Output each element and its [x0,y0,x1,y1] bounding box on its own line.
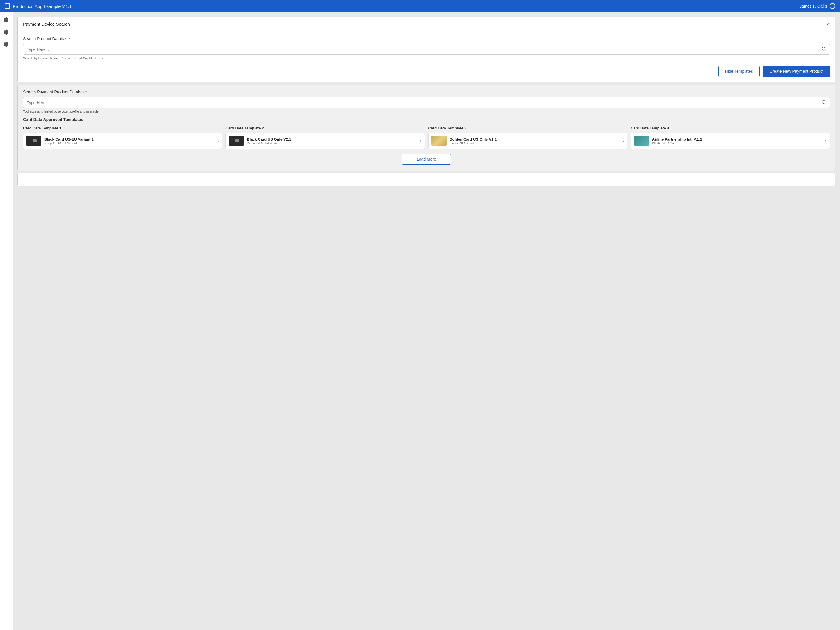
create-payment-product-button[interactable]: Create New Payment Product [763,66,830,77]
card-thumbnail-1 [26,136,41,146]
templates-section-label: Card Data Approved Templates [23,117,830,122]
sidebar-gear-3[interactable] [3,41,9,48]
template-col-1: Card Data Template 1Black Card US-EU Var… [23,126,222,149]
user-avatar-icon[interactable] [829,3,835,9]
template-col-label-1: Card Data Template 1 [23,126,222,130]
expand-icon[interactable]: ↗ [826,21,830,27]
card-thumbnail-4 [634,136,649,146]
card-sub-3: Plastic NFC Card [450,141,620,145]
product-search-box [23,44,830,55]
sidebar-gear-1[interactable] [3,17,9,23]
panel1-header: Payment Device Search ↗ [18,17,835,31]
access-hint: Tool access is limited by account profil… [23,110,830,113]
app-title: Production App Example V.1.1 [13,4,71,9]
template-col-4: Card Data Template 4Airline Partnership … [631,126,830,149]
card-thumbnail-3 [431,136,447,146]
payment-search-input[interactable] [23,98,818,108]
search-icon-2 [821,100,826,104]
template-col-label-4: Card Data Template 4 [631,126,830,130]
topbar-left: Production App Example V.1.1 [5,3,71,9]
card-chip-2 [235,139,239,142]
svg-line-1 [824,50,826,51]
card-thumbnail-2 [229,136,244,146]
chevron-right-icon-2: › [420,139,422,143]
svg-point-2 [822,100,825,104]
payment-search-button[interactable] [818,98,829,108]
product-search-button[interactable] [818,44,829,54]
card-name-2: Black Card US Only V2.1 [247,137,417,141]
card-sub-4: Plastic NFC Card [652,141,823,145]
template-col-label-2: Card Data Template 2 [226,126,425,130]
product-search-input[interactable] [23,44,818,54]
chevron-right-icon-4: › [825,139,827,143]
payment-search-box [23,97,830,108]
card-info-1: Black Card US-EU Variant 1Recycled Metal… [44,137,215,145]
card-sub-1: Recycled Metal Variant [44,141,215,145]
template-col-2: Card Data Template 2Black Card US Only V… [226,126,425,149]
sidebar [0,12,13,630]
svg-line-3 [824,103,826,104]
templates-grid: Card Data Template 1Black Card US-EU Var… [23,126,830,149]
card-chip-1 [33,139,37,142]
user-name: James P. Callis [799,4,827,8]
card-name-4: Airline Partnership Int. V.1.1 [652,137,823,141]
app-logo-icon [5,3,10,9]
search-section-label: Search Product Database [23,36,830,41]
payment-product-panel: Search Payment Product Database Tool acc… [17,85,835,171]
hide-templates-button[interactable]: Hide Templates [718,66,760,77]
topbar-right: James P. Callis [799,3,835,9]
chevron-right-icon-3: › [623,139,624,143]
content-area: Payment Device Search ↗ Search Product D… [13,12,840,630]
card-name-3: Golden Card US Only V1.1 [450,137,620,141]
card-info-4: Airline Partnership Int. V.1.1Plastic NF… [652,137,823,145]
sidebar-gear-2[interactable] [3,29,9,35]
template-card-2[interactable]: Black Card US Only V2.1Recycled Metal Va… [226,133,425,149]
template-col-label-3: Card Data Template 3 [428,126,627,130]
panel1-title: Payment Device Search [23,22,70,27]
svg-point-0 [822,47,825,51]
topbar: Production App Example V.1.1 James P. Ca… [0,0,840,12]
panel1-actions: Hide Templates Create New Payment Produc… [23,66,830,77]
card-info-2: Black Card US Only V2.1Recycled Metal Va… [247,137,417,145]
template-card-4[interactable]: Airline Partnership Int. V.1.1Plastic NF… [631,133,830,149]
template-card-1[interactable]: Black Card US-EU Variant 1Recycled Metal… [23,133,222,149]
card-name-1: Black Card US-EU Variant 1 [44,137,215,141]
payment-search-label: Search Payment Product Database [23,90,830,94]
search-hint: Search by Product Name, Product ID and C… [23,57,830,60]
panel2-body: Search Payment Product Database Tool acc… [18,85,835,171]
empty-panel [17,173,835,186]
load-more-button[interactable]: Load More [402,154,451,165]
card-info-3: Golden Card US Only V1.1Plastic NFC Card [450,137,620,145]
chevron-right-icon-1: › [218,139,219,143]
panel1-body: Search Product Database Search by Produc… [18,31,835,82]
template-card-3[interactable]: Golden Card US Only V1.1Plastic NFC Card… [428,133,627,149]
main-layout: Payment Device Search ↗ Search Product D… [0,12,840,630]
search-icon [821,47,826,51]
template-col-3: Card Data Template 3Golden Card US Only … [428,126,627,149]
card-sub-2: Recycled Metal Variant [247,141,417,145]
load-more-row: Load More [23,154,830,165]
payment-device-search-panel: Payment Device Search ↗ Search Product D… [17,17,835,82]
